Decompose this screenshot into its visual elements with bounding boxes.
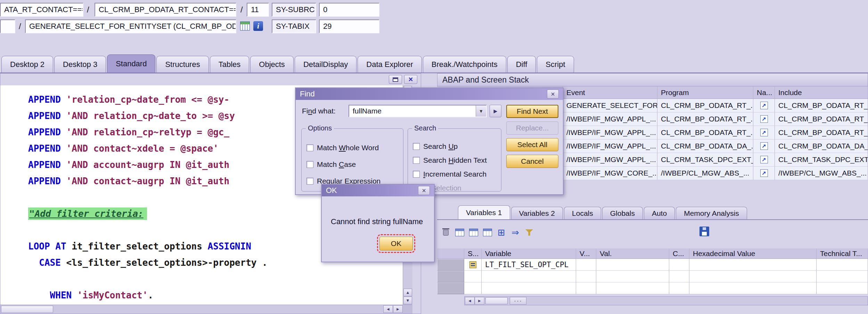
class-field-1[interactable]: ATA_RT_CONTACT===..: [0, 3, 83, 17]
scroll-left-icon[interactable]: ◄: [465, 297, 475, 305]
checkbox-match-whole-word[interactable]: Match Whole Word: [306, 141, 403, 155]
stack-cell: CL_CRM_BP_ODATA_RT_...: [775, 126, 868, 139]
vars-cell: LT_FILT_SEL_OPT_CPL: [482, 259, 576, 271]
ok-dialog-message: Cannot find string fullName: [331, 217, 423, 226]
line-number-field[interactable]: 11: [247, 3, 269, 17]
row-selector[interactable]: [437, 271, 464, 282]
sy-subrc-value-field[interactable]: 0: [319, 3, 379, 17]
event-field[interactable]: GENERATE_SELECT_FOR_ENTITYSET (CL_CRM_BP…: [25, 19, 236, 33]
row-selector[interactable]: [437, 259, 464, 271]
table-edit-icon[interactable]: [454, 227, 466, 238]
tab-variables-1[interactable]: Variables 1: [458, 205, 510, 219]
scroll-left-icon[interactable]: ◄: [383, 305, 393, 313]
stack-cell: /IWBEP/IF_MGW_APPL_...: [563, 153, 657, 167]
search-group-label: Search: [412, 124, 438, 132]
search-group: Search Search UpSearch Hidden TextIncrem…: [408, 128, 501, 192]
vars-col-selector: [437, 248, 464, 259]
tab-desktop-2[interactable]: Desktop 2: [1, 56, 53, 73]
sy-tabix-label-field[interactable]: SY-TABIX: [272, 19, 316, 33]
vars-cell: [482, 282, 576, 294]
stack-cell: CL_CRM_BP_ODATA_RT_...: [657, 99, 753, 112]
row-selector[interactable]: [437, 282, 464, 294]
code-horizontal-scrollbar[interactable]: ◄ ►: [0, 305, 412, 314]
find-what-combobox[interactable]: fullName ▼: [349, 105, 487, 117]
stack-cell: CL_CRM_BP_ODATA_DA_...: [775, 139, 868, 153]
select-all-button[interactable]: Select All: [506, 138, 558, 151]
find-dialog-titlebar[interactable]: Find ×: [296, 88, 563, 100]
chevron-down-icon[interactable]: ▼: [476, 105, 486, 117]
window-close-button[interactable]: ×: [404, 75, 417, 84]
checkbox-incremental-search[interactable]: Incremental Search: [413, 168, 501, 180]
window-restore-button[interactable]: [389, 75, 402, 84]
close-icon[interactable]: ×: [547, 90, 559, 99]
vars-col-v: V...: [576, 248, 596, 259]
navigate-include-icon[interactable]: ↗: [760, 115, 768, 123]
tab-auto[interactable]: Auto: [644, 207, 675, 219]
scroll-right-icon[interactable]: ►: [393, 305, 403, 313]
tab-globals[interactable]: Globals: [602, 207, 643, 219]
sy-subrc-label-field[interactable]: SY-SUBRC: [272, 3, 316, 17]
navigate-include-icon[interactable]: ↗: [760, 129, 768, 136]
ok-dialog-title: OK: [326, 186, 337, 195]
scroll-up-icon[interactable]: ▲: [403, 289, 412, 296]
stack-cell-navigate: ↗: [753, 99, 775, 112]
hscroll-thumb[interactable]: [485, 297, 508, 304]
expression-arrow-button[interactable]: ▶: [490, 105, 501, 117]
navigate-include-icon[interactable]: ↗: [760, 102, 768, 109]
stack-cell: CL_CRM_BP_ODATA_RT_...: [775, 99, 868, 112]
checkbox-match-case[interactable]: Match Case: [306, 157, 403, 172]
tab-detaildisplay[interactable]: DetailDisplay: [295, 56, 357, 73]
vars-cell: [689, 282, 817, 294]
variable-row[interactable]: [437, 271, 868, 282]
checkbox-search-up[interactable]: Search Up: [413, 141, 501, 152]
layout-icon[interactable]: ⊞: [496, 227, 507, 238]
stack-cell: GENERATE_SELECT_FOR...: [563, 99, 657, 112]
navigate-include-icon[interactable]: ↗: [760, 169, 768, 177]
sy-tabix-value-field[interactable]: 29: [319, 19, 379, 33]
scroll-down-icon[interactable]: ▼: [403, 297, 412, 304]
scroll-right-icon[interactable]: ►: [475, 297, 484, 305]
vars-cell: [669, 259, 689, 271]
save-icon[interactable]: [698, 226, 710, 237]
class-field-2[interactable]: CL_CRM_BP_ODATA_RT_CONTACT===..: [95, 3, 236, 17]
tab-locals[interactable]: Locals: [564, 207, 601, 219]
variables-tabstrip: Variables 1Variables 2LocalsGlobalsAutoM…: [437, 205, 868, 220]
ok-dialog-titlebar[interactable]: OK ×: [322, 185, 434, 196]
delete-icon[interactable]: [440, 227, 452, 238]
cancel-button[interactable]: Cancel: [506, 155, 558, 168]
empty-field[interactable]: [0, 19, 15, 33]
tab-objects[interactable]: Objects: [250, 56, 294, 73]
vars-cell: [464, 259, 482, 271]
variables-horizontal-scrollbar[interactable]: ◄ ► ···: [464, 296, 868, 305]
tab-diff[interactable]: Diff: [507, 56, 536, 73]
tab-data-explorer[interactable]: Data Explorer: [358, 56, 422, 73]
variable-row[interactable]: [437, 282, 868, 294]
tab-desktop-3[interactable]: Desktop 3: [54, 56, 106, 73]
checkbox-search-hidden-text[interactable]: Search Hidden Text: [413, 154, 501, 166]
variable-row[interactable]: LT_FILT_SEL_OPT_CPL: [437, 259, 868, 271]
ok-button[interactable]: OK: [379, 237, 413, 251]
services-icon[interactable]: [239, 20, 251, 32]
transfer-icon[interactable]: ⇒: [509, 227, 521, 238]
tab-memory-analysis[interactable]: Memory Analysis: [676, 207, 747, 219]
navigate-include-icon[interactable]: ↗: [760, 142, 768, 150]
tab-tables[interactable]: Tables: [210, 56, 249, 73]
stack-cell: /IWBEP/CL_MGW_ABS_...: [657, 167, 753, 180]
tab-structures[interactable]: Structures: [156, 56, 208, 73]
table-columns-icon[interactable]: [482, 227, 493, 238]
filter-icon[interactable]: [523, 227, 535, 238]
find-next-button[interactable]: Find Next: [506, 105, 558, 118]
tab-script[interactable]: Script: [537, 56, 574, 73]
info-icon[interactable]: i: [252, 20, 264, 32]
tab-break-watchpoints[interactable]: Break./Watchpoints: [423, 56, 506, 73]
splitter-grip[interactable]: ···: [510, 297, 526, 305]
tab-standard[interactable]: Standard: [107, 54, 155, 73]
hscroll-thumb[interactable]: [1, 306, 53, 313]
table-insert-icon[interactable]: [468, 227, 480, 238]
close-icon[interactable]: ×: [418, 186, 430, 195]
tab-variables-2[interactable]: Variables 2: [511, 207, 563, 219]
desktop-tabstrip: Desktop 2Desktop 3StandardStructuresTabl…: [0, 54, 868, 73]
navigate-include-icon[interactable]: ↗: [760, 156, 768, 163]
options-group-label: Options: [306, 124, 334, 132]
variables-panel: Variables 1Variables 2LocalsGlobalsAutoM…: [437, 205, 868, 314]
